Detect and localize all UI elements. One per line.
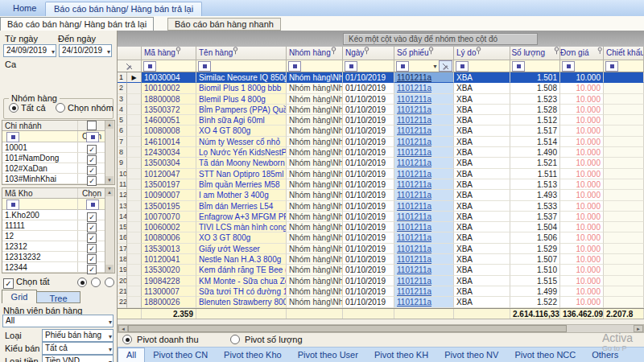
table-row[interactable]: 2019084228KM Monte - Sữa chua Zottis...N…: [118, 276, 644, 286]
list-item-check[interactable]: ✓: [78, 153, 105, 162]
filter-cell-price[interactable]: [560, 60, 604, 72]
table-row[interactable]: 1010120047STT Nan Optipro 185mlNhóm hàng…: [118, 169, 644, 179]
column-header-group[interactable]: Nhóm hàng: [287, 47, 343, 60]
list-item-check[interactable]: ✓: [78, 252, 105, 261]
radio-icon[interactable]: [122, 335, 132, 344]
table-row[interactable]: 1410070070Enfagrow A+3 MFGM PRO...Nhóm h…: [118, 212, 644, 222]
column-header-reason[interactable]: Lý do: [454, 47, 510, 60]
column-header-doc[interactable]: Số phiếu: [394, 47, 454, 60]
tab-home[interactable]: Home: [5, 2, 44, 15]
document-link[interactable]: 1101211a: [397, 180, 431, 189]
subtab-quick-report[interactable]: Báo cáo bán hàng nhanh: [167, 18, 281, 31]
document-link[interactable]: 1101211a: [397, 277, 431, 286]
scroll-up-icon[interactable]: ▲: [105, 188, 114, 196]
filter-icon[interactable]: [345, 61, 357, 72]
filter-icon[interactable]: [456, 61, 469, 72]
document-link[interactable]: 1101211a: [397, 223, 431, 232]
sale-kind-select[interactable]: Tất cả ▾: [42, 342, 114, 355]
document-link[interactable]: 1101211a: [397, 105, 431, 114]
list-item-check[interactable]: ✓: [78, 262, 105, 272]
filter-cell-name[interactable]: [196, 60, 287, 72]
filter-icon[interactable]: [6, 200, 19, 210]
table-row[interactable]: 714610014Núm ty Wesser cổ nhỏNhóm hàng\N…: [118, 137, 644, 147]
table-row[interactable]: 610080008XO 4 GT 800gNhóm hàng\Nhó...01/…: [118, 125, 644, 136]
filter-icon[interactable]: [562, 61, 575, 72]
table-row[interactable]: 913500304Tã dán Moony Newborn 90Nhóm hàn…: [118, 158, 644, 168]
pivot-tab-all[interactable]: All: [118, 348, 145, 362]
document-link[interactable]: 1101211a: [397, 158, 431, 167]
view-tab-tree[interactable]: Tree: [37, 291, 80, 303]
list-item-check[interactable]: ✓: [78, 163, 105, 173]
pivot-tab-pivot-theo-kho[interactable]: Pivot theo Kho: [216, 348, 290, 362]
chevron-down-icon[interactable]: ▼: [432, 64, 438, 69]
to-date-select[interactable]: 24/10/2019 ▾: [59, 44, 112, 57]
document-link[interactable]: 1101211a: [397, 84, 431, 93]
warehouse-scrollbar[interactable]: ▲ ▼: [105, 188, 114, 273]
warehouse-row[interactable]: 11111✓: [2, 220, 105, 231]
document-link[interactable]: 1101211a: [397, 245, 431, 253]
radio-icon[interactable]: [56, 103, 65, 113]
filter-cell-disc[interactable]: [604, 60, 644, 72]
branch-row[interactable]: 102#XaDan✓: [2, 163, 105, 174]
pivot-tab-pivot-theo-kh[interactable]: Pivot theo KH: [366, 348, 436, 362]
column-header-date[interactable]: Ngày: [343, 47, 394, 60]
scroll-right-icon[interactable]: ►: [634, 325, 643, 332]
pivot-tab-pivot-theo-ncc[interactable]: Pivot theo NCC: [506, 348, 584, 362]
document-link[interactable]: 1101211a: [397, 116, 431, 125]
pivot-tab-pivot-theo-cn[interactable]: Pivot theo CN: [145, 348, 216, 362]
filter-icon[interactable]: [86, 200, 99, 210]
column-header-name[interactable]: Tên hàng: [196, 47, 287, 60]
table-row[interactable]: 1610080006XO 3 GT 800gNhóm hàng\Nhó...01…: [118, 232, 644, 243]
document-link[interactable]: 1101211a: [397, 191, 431, 200]
group-option-all[interactable]: Tất cả: [9, 103, 46, 113]
filter-icon[interactable]: [288, 61, 301, 72]
edit-filter-button[interactable]: [439, 60, 452, 72]
filter-cell-qty[interactable]: [510, 60, 560, 72]
warehouse-row[interactable]: 12312✓: [2, 241, 105, 252]
table-row[interactable]: 318800008Blemil Plus 4 800gNhóm hàng\Nhó…: [118, 94, 644, 105]
document-link[interactable]: 1101211a: [397, 95, 431, 104]
document-link[interactable]: 1101211a: [397, 298, 431, 306]
pivot-tab-others[interactable]: Others: [584, 348, 626, 362]
scrollbar-thumb[interactable]: [128, 325, 567, 332]
column-header-disc[interactable]: Chiết khấu: [604, 47, 644, 60]
table-row[interactable]: 413500372Bỉm Pampers (PPA) Quần L...Nhóm…: [118, 105, 644, 115]
document-link[interactable]: 1101211a: [397, 126, 431, 135]
select-all-checkbox[interactable]: ✓ Chọn tất: [3, 277, 50, 289]
from-date-select[interactable]: 24/09/2019 ▾: [3, 44, 56, 57]
document-link[interactable]: 1101211a: [397, 233, 431, 242]
document-link[interactable]: 1101211a: [397, 73, 431, 82]
filter-cell-date[interactable]: [343, 60, 394, 72]
table-row[interactable]: 1913530020Kem đánh răng TE Bee (Hu...Nhó…: [118, 265, 644, 275]
select-mode-radio-3[interactable]: [105, 278, 114, 287]
branch-check-header[interactable]: Chọn: [78, 121, 105, 130]
column-header-qty[interactable]: Số lượng: [510, 47, 560, 60]
subtab-sales-report[interactable]: Báo cáo bán hàng/ Hàng bán trả lại: [0, 17, 154, 31]
filter-icon[interactable]: [6, 132, 19, 142]
type-select[interactable]: Phiếu bán hàng ▾: [42, 329, 114, 342]
list-item-check[interactable]: ✓: [78, 142, 105, 152]
table-row[interactable]: 210010002Biomil Plus 1 800g bbbNhóm hàng…: [118, 83, 644, 93]
list-item-check[interactable]: ✓: [78, 210, 105, 220]
pivot-tab-pivot-theo-nv[interactable]: Pivot theo NV: [436, 348, 506, 362]
pivot-quantity-option[interactable]: Pivot số lượng: [230, 335, 303, 344]
table-row[interactable]: 1210090007I am Mother 3 400gNhóm hàng\Nh…: [118, 190, 644, 200]
branch-column-header[interactable]: Chi nhánh: [2, 121, 78, 130]
document-link[interactable]: 1101211a: [397, 265, 431, 274]
pivot-revenue-option[interactable]: Pivot doanh thu: [122, 335, 199, 344]
filter-cell-doc[interactable]: ▼: [394, 60, 454, 72]
table-row[interactable]: 812430034Lọ Nước Yến KidsNestPlus -...Nh…: [118, 147, 644, 158]
warehouse-row[interactable]: 12344✓: [2, 262, 105, 273]
table-row[interactable]: 1510060002TIVI LCS màn hình cong cả...Nh…: [118, 222, 644, 232]
checkbox-icon[interactable]: ✓: [87, 176, 97, 186]
branch-row[interactable]: 101#NamDong✓: [2, 153, 105, 163]
checkbox-icon[interactable]: ✓: [87, 265, 97, 274]
table-row[interactable]: 2111300007Sữa tươi TH có đường 180mlNhóm…: [118, 286, 644, 297]
list-item-check[interactable]: ✓: [78, 220, 105, 230]
select-mode-radio-1[interactable]: [77, 278, 87, 287]
branch-row[interactable]: 103#MinhKhai✓: [2, 174, 105, 184]
tab-sales-report[interactable]: Báo cáo bán hàng/ Hàng bán trả lại: [45, 2, 202, 16]
table-row[interactable]: 2218800026Blenuten Strawberry 800g BNhóm…: [118, 297, 644, 307]
filter-icon[interactable]: [86, 132, 99, 142]
document-link[interactable]: 1101211a: [397, 287, 431, 296]
